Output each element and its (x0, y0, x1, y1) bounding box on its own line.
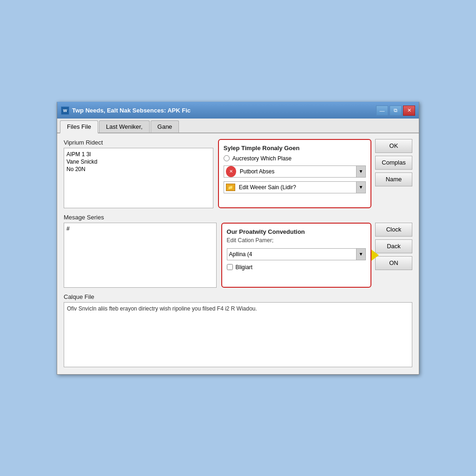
upper-right-buttons: OK Complas Name (375, 139, 412, 208)
tab-files[interactable]: Files File (60, 120, 98, 133)
viprium-list[interactable]: AIPM 1 3I Vane Snickd No 20N (64, 148, 213, 208)
message-right-buttons: Clock Dack ON (375, 223, 412, 288)
tab-last[interactable]: Last Weniker, (99, 120, 150, 132)
clock-button[interactable]: Clock (375, 223, 412, 237)
dropdown2-arrow[interactable]: ▼ (356, 182, 365, 193)
main-content: Viprium Ridect AIPM 1 3I Vane Snickd No … (57, 133, 419, 374)
tab-gane[interactable]: Gane (151, 120, 179, 132)
message-dropdown-arrow[interactable]: ▼ (356, 249, 365, 260)
right-panel: Sylep Timple Ronaly Goen Aucrestory Whic… (218, 139, 412, 208)
complas-button[interactable]: Complas (375, 156, 412, 170)
radio-label: Aucrestory Which Plase (232, 155, 291, 162)
close-button[interactable]: ✕ (403, 106, 415, 116)
tab-bar: Files File Last Weniker, Gane (57, 119, 419, 133)
message-label: Mesage Series (64, 214, 412, 221)
list-item: No 20N (66, 165, 211, 173)
list-label: Viprium Ridect (64, 139, 213, 146)
on-button[interactable]: ON (375, 256, 412, 270)
dropdown2[interactable]: 📁 Edit Weeer Sain (Lidir? ▼ (224, 181, 366, 193)
name-button[interactable]: Name (375, 172, 412, 186)
dropdown2-icon: 📁 (226, 184, 235, 191)
message-dropdown[interactable]: Apllina (4 ▼ (227, 248, 366, 260)
left-panel: Viprium Ridect AIPM 1 3I Vane Snickd No … (64, 139, 213, 208)
minimize-button[interactable]: — (376, 106, 388, 116)
message-grouped-box: Our Proatwity Convedution Edit Cation Pa… (221, 223, 371, 288)
calque-textarea[interactable] (64, 302, 412, 367)
restore-button[interactable]: ⧉ (390, 106, 402, 116)
dropdown2-row: 📁 Edit Weeer Sain (Lidir? ▼ (224, 181, 366, 193)
list-item: Vane Snickd (66, 158, 211, 165)
window-title: Twp Needs, Ealt Nak Sebsences: APK Fic (72, 107, 191, 114)
dropdown1-row: ✕ Putbort Abses ▼ (224, 165, 366, 178)
checkbox-row: Bligiart (227, 264, 366, 271)
upper-grouped-box: Sylep Timple Ronaly Goen Aucrestory Whic… (218, 139, 371, 208)
dropdown1-arrow[interactable]: ▼ (356, 166, 365, 177)
aucrestory-radio[interactable] (224, 155, 230, 161)
message-textarea[interactable] (64, 223, 217, 288)
dropdown1[interactable]: ✕ Putbort Abses ▼ (224, 165, 366, 178)
yellow-arrow-icon (371, 250, 379, 261)
dack-button[interactable]: Dack (375, 239, 412, 253)
app-icon: W (61, 106, 69, 115)
checkbox-label: Bligiart (236, 264, 253, 271)
message-grouped-subtitle: Edit Cation Pamer; (227, 237, 366, 244)
calque-section: Calque File (64, 293, 412, 369)
dropdown1-icon: ✕ (226, 166, 236, 177)
main-window: W Twp Needs, Ealt Nak Sebsences: APK Fic… (57, 102, 419, 375)
title-buttons: — ⧉ ✕ (376, 106, 415, 116)
radio-row: Aucrestory Which Plase (224, 155, 366, 162)
bligiart-checkbox[interactable] (227, 264, 233, 270)
calque-label: Calque File (64, 293, 412, 300)
message-right: Our Proatwity Convedution Edit Cation Pa… (221, 223, 412, 288)
upper-section: Viprium Ridect AIPM 1 3I Vane Snickd No … (64, 139, 412, 208)
message-section: Mesage Series Our Proatwity Convedution … (64, 214, 412, 288)
message-grouped-title: Our Proatwity Convedution (227, 228, 366, 235)
message-dropdown-row: Apllina (4 ▼ (227, 248, 366, 260)
message-row: Our Proatwity Convedution Edit Cation Pa… (64, 223, 412, 288)
list-item: AIPM 1 3I (66, 151, 211, 158)
ok-button[interactable]: OK (375, 139, 412, 153)
title-bar: W Twp Needs, Ealt Nak Sebsences: APK Fic… (57, 103, 419, 119)
title-bar-left: W Twp Needs, Ealt Nak Sebsences: APK Fic (61, 106, 191, 115)
dropdown1-text: Putbort Abses (238, 168, 356, 175)
upper-grouped-title: Sylep Timple Ronaly Goen (224, 145, 366, 152)
dropdown2-text: Edit Weeer Sain (Lidir? (237, 184, 356, 191)
message-dropdown-text: Apllina (4 (227, 251, 356, 258)
